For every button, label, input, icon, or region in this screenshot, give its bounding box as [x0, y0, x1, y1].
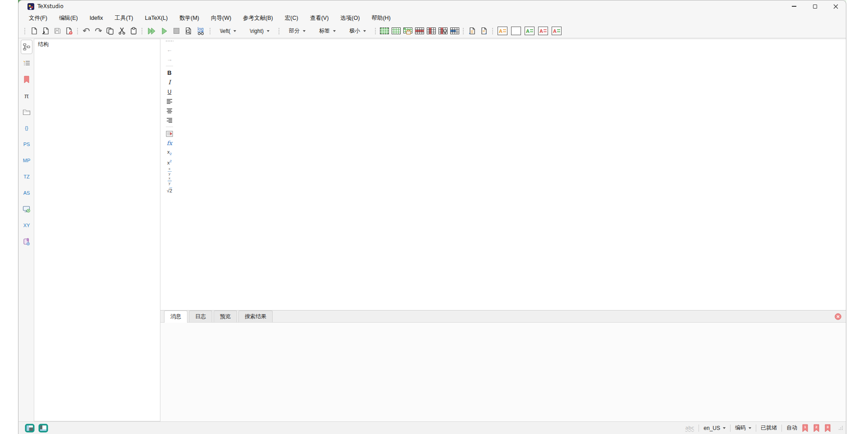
bookmark-3-button[interactable]: 3 — [824, 424, 831, 432]
toolbar-grip[interactable] — [374, 27, 376, 35]
build-and-view-button[interactable] — [145, 25, 159, 37]
toolbar-grip[interactable] — [462, 27, 464, 35]
menu-options[interactable]: 选项(O) — [334, 13, 365, 23]
tab-messages[interactable]: 消息 — [164, 311, 187, 323]
cut-button[interactable] — [116, 25, 128, 37]
sidebar-item-bookmarks[interactable] — [21, 72, 32, 87]
toggle-side-panel-button[interactable] — [25, 424, 35, 433]
sidebar-item-metapost[interactable]: MP — [21, 153, 32, 168]
resize-grip[interactable] — [838, 425, 843, 430]
spellcheck-indicator[interactable]: abc — [685, 425, 694, 431]
format-selection-button[interactable] — [478, 25, 490, 37]
editor-area[interactable]: ← → B I U — [160, 39, 846, 310]
open-file-button[interactable] — [40, 25, 51, 37]
format-source-button[interactable] — [466, 25, 478, 37]
paste-table-button[interactable] — [402, 25, 414, 37]
menu-math[interactable]: 数学(M) — [174, 13, 205, 23]
delete-row-button[interactable] — [414, 25, 425, 37]
undo-button[interactable] — [81, 25, 92, 37]
toolbar-grip[interactable] — [141, 27, 143, 35]
toolbar-grip[interactable] — [278, 27, 280, 35]
sidebar-item-files[interactable] — [21, 105, 32, 119]
tab-search-results[interactable]: 搜索结果 — [238, 311, 273, 322]
toolbar-grip[interactable] — [76, 27, 78, 35]
stop-button[interactable] — [170, 25, 182, 37]
maximize-button[interactable] — [804, 0, 825, 12]
sidebar-item-line-markers[interactable] — [21, 56, 32, 70]
align-columns-button[interactable] — [449, 25, 461, 37]
sidebar-item-document-settings[interactable] — [21, 234, 32, 249]
new-file-button[interactable] — [28, 25, 40, 37]
sqrt-button[interactable]: √2 — [164, 186, 175, 195]
close-file-button[interactable] — [63, 25, 75, 37]
indent-left-button[interactable]: ← — [164, 45, 175, 55]
menu-wizard[interactable]: 向导(W) — [205, 13, 237, 23]
align-left-button[interactable] — [164, 96, 175, 106]
messages-panel[interactable] — [160, 323, 846, 421]
font-size-dropdown[interactable]: 极小 — [345, 26, 370, 37]
save-file-button[interactable] — [51, 25, 63, 37]
toggle-bottom-panel-button[interactable] — [38, 424, 48, 433]
indent-right-button[interactable]: → — [164, 55, 175, 64]
minimize-button[interactable] — [784, 0, 804, 12]
bookmark-1-button[interactable]: 1 — [802, 424, 809, 432]
menu-file[interactable]: 文件(F) — [23, 13, 53, 23]
annotation-ok-button[interactable]: A — [523, 25, 536, 37]
remove-table-column-button[interactable] — [437, 25, 449, 37]
math-mode-button[interactable]: fx — [164, 138, 175, 148]
tab-log[interactable]: 日志 — [189, 311, 212, 322]
annotation-mixed-button[interactable]: A — [550, 25, 563, 37]
fraction-button[interactable]: xy — [164, 167, 175, 176]
delete-column-button[interactable] — [425, 25, 437, 37]
underline-button[interactable]: U — [164, 87, 175, 96]
bold-button[interactable]: B — [164, 68, 175, 78]
insert-table-button[interactable] — [379, 25, 390, 37]
copy-button[interactable] — [104, 25, 116, 37]
right-delimiter-dropdown[interactable]: \right) — [246, 26, 274, 37]
toolbar-grip[interactable] — [491, 27, 493, 35]
menu-help[interactable]: 帮助(H) — [365, 13, 396, 23]
dfrac-button[interactable]: xy — [164, 176, 175, 186]
insert-figure-button[interactable] — [164, 129, 175, 138]
menu-idefix[interactable]: Idefix — [84, 14, 109, 23]
sectioning-dropdown[interactable]: 部分 — [285, 26, 310, 37]
close-button[interactable] — [825, 0, 846, 12]
left-delimiter-dropdown[interactable]: \left( — [216, 26, 240, 37]
view-log-button[interactable]: log — [194, 25, 207, 37]
sidebar-item-structure[interactable] — [21, 40, 32, 54]
tab-preview[interactable]: 预览 — [214, 311, 237, 322]
bookmark-2-button[interactable]: 2 — [813, 424, 820, 432]
annotation-clear-button[interactable] — [509, 25, 523, 37]
sidebar-item-xy[interactable]: XY — [21, 218, 32, 233]
compile-button[interactable] — [159, 25, 170, 37]
toolbar-grip[interactable] — [209, 27, 211, 35]
menu-edit[interactable]: 编辑(E) — [53, 13, 84, 23]
view-pdf-button[interactable] — [182, 25, 194, 37]
menu-view[interactable]: 查看(V) — [304, 13, 335, 23]
close-bottom-panel-button[interactable] — [833, 312, 842, 321]
superscript-button[interactable]: x2 — [164, 157, 175, 167]
sidebar-item-symbols[interactable]: π — [21, 88, 32, 103]
menu-macros[interactable]: 宏(C) — [279, 13, 304, 23]
sidebar-item-asymptote[interactable]: AS — [21, 186, 32, 200]
italic-button[interactable]: I — [164, 78, 175, 87]
toolbar-grip[interactable] — [165, 40, 174, 42]
sidebar-item-pstricks[interactable]: PS — [21, 137, 32, 151]
sidebar-item-beamer[interactable] — [21, 202, 32, 216]
menu-tools[interactable]: 工具(T) — [109, 13, 139, 23]
encoding-dropdown[interactable]: 编码 — [735, 424, 751, 432]
language-dropdown[interactable]: en_US — [704, 425, 726, 431]
sidebar-item-snippets[interactable]: {} — [21, 121, 32, 135]
align-center-button[interactable] — [164, 106, 175, 115]
toolbar-grip[interactable] — [23, 27, 26, 35]
annotation-todo-button[interactable]: A — [496, 25, 509, 37]
align-right-button[interactable] — [164, 115, 175, 125]
annotation-error-button[interactable]: A — [536, 25, 550, 37]
subscript-button[interactable]: x2 — [164, 148, 175, 157]
paste-button[interactable] — [128, 25, 139, 37]
redo-button[interactable] — [92, 25, 104, 37]
reference-dropdown[interactable]: 标签 — [315, 26, 340, 37]
menu-latex[interactable]: LaTeX(L) — [139, 14, 174, 23]
table-grid-button[interactable] — [390, 25, 402, 37]
sidebar-item-tikz[interactable]: TZ — [21, 169, 32, 184]
